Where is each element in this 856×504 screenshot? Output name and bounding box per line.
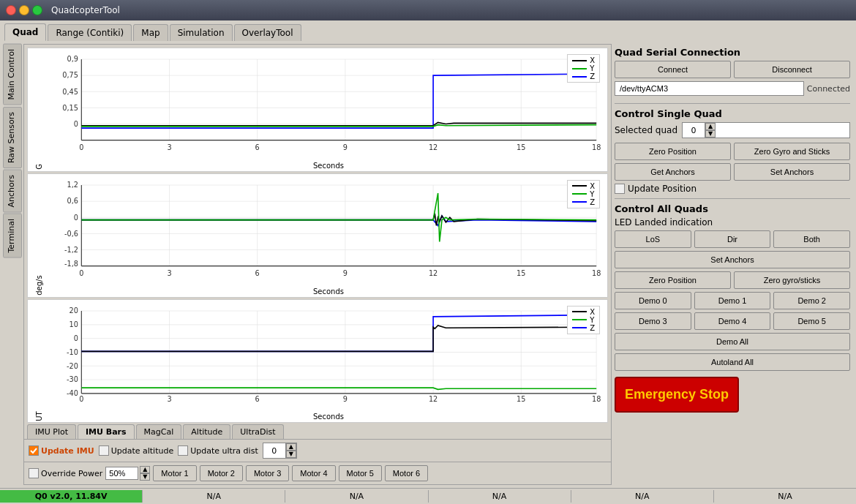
spinner-down[interactable]: ▼ <box>286 451 296 458</box>
both-button[interactable]: Both <box>773 230 850 248</box>
maximize-button[interactable] <box>32 5 42 15</box>
demo0-button[interactable]: Demo 0 <box>615 292 691 309</box>
demo3-button[interactable]: Demo 3 <box>615 312 691 330</box>
update-ultra-dist-text: Update ultra dist <box>190 446 258 456</box>
update-position-checkbox[interactable] <box>615 184 625 194</box>
demo4-button[interactable]: Demo 4 <box>694 312 771 330</box>
svg-text:0: 0 <box>79 269 83 277</box>
motor2-button[interactable]: Motor 2 <box>200 465 243 481</box>
sidebar-tab-anchors[interactable]: Anchors <box>3 170 22 213</box>
tab-map[interactable]: Map <box>133 24 168 41</box>
update-altitude-checkbox[interactable] <box>99 445 109 456</box>
svg-text:15: 15 <box>517 143 525 151</box>
motor-controls: Override Power ▲ ▼ Motor 1 Motor 2 Motor… <box>24 462 611 484</box>
motor4-button[interactable]: Motor 4 <box>292 465 335 481</box>
minimize-button[interactable] <box>19 5 29 15</box>
motor3-button[interactable]: Motor 3 <box>246 465 289 481</box>
svg-text:-0,6: -0,6 <box>64 229 78 237</box>
power-down[interactable]: ▼ <box>140 473 150 481</box>
dir-button[interactable]: Dir <box>694 230 771 248</box>
chart-subtab-imuplot[interactable]: IMU Plot <box>27 424 76 439</box>
override-power-label[interactable]: Override Power <box>29 468 102 478</box>
update-imu-label[interactable]: Update IMU <box>29 445 94 456</box>
zero-gyro-button[interactable]: Zero Gyro and Sticks <box>734 143 850 160</box>
motor6-button[interactable]: Motor 6 <box>385 465 428 481</box>
status-item-4: N/A <box>571 490 714 503</box>
svg-text:3: 3 <box>167 269 171 277</box>
tab-quad[interactable]: Quad <box>4 23 46 41</box>
quad-spinner-up[interactable]: ▲ <box>705 123 716 130</box>
svg-text:0,6: 0,6 <box>67 197 78 205</box>
autoland-row: Autoland All <box>615 353 850 371</box>
led-label: LED Landed indication <box>615 217 713 227</box>
svg-text:0: 0 <box>74 120 78 128</box>
chart-ut-svg: 20 10 0 -10 -20 -30 -40 0 3 6 9 <box>50 303 604 408</box>
tab-range[interactable]: Range (Contiki) <box>48 24 132 41</box>
chart-subtab-imubars[interactable]: IMU Bars <box>78 424 135 439</box>
bottom-controls: Update IMU Update altitude Update ultra … <box>24 439 611 462</box>
spinner-up[interactable]: ▲ <box>286 443 296 451</box>
serial-title: Quad Serial Connection <box>615 47 850 58</box>
autoland-all-button[interactable]: Autoland All <box>615 353 850 371</box>
svg-text:9: 9 <box>343 143 348 151</box>
svg-text:20: 20 <box>70 306 78 315</box>
quad-spinner-down[interactable]: ▼ <box>705 130 716 138</box>
chart-ut-xlabel: Seconds <box>313 413 344 421</box>
right-panel: Quad Serial Connection Connect Disconnec… <box>612 44 853 485</box>
connect-button[interactable]: Connect <box>615 61 731 78</box>
chart-ut-container: UT <box>27 299 608 423</box>
power-field[interactable] <box>105 467 138 480</box>
zero-position-all-button[interactable]: Zero Position <box>615 271 731 289</box>
set-anchors-single-button[interactable]: Set Anchors <box>734 163 850 181</box>
update-imu-checkbox[interactable] <box>29 445 39 456</box>
quad-spinner-btns: ▲ ▼ <box>705 123 716 138</box>
los-button[interactable]: LoS <box>615 230 691 248</box>
chart-g-container: G <box>27 48 608 172</box>
demo1-button[interactable]: Demo 1 <box>694 292 771 309</box>
set-anchors-all-button[interactable]: Set Anchors <box>615 251 850 268</box>
update-ultra-dist-checkbox[interactable] <box>178 445 188 456</box>
svg-text:1,2: 1,2 <box>67 181 78 189</box>
power-up[interactable]: ▲ <box>140 466 150 473</box>
svg-text:15: 15 <box>517 269 525 277</box>
sidebar-tabs: Main Control Raw Sensors Anchors Termina… <box>3 44 22 485</box>
demo2-button[interactable]: Demo 2 <box>773 292 850 309</box>
svg-text:-20: -20 <box>67 361 78 369</box>
motor1-button[interactable]: Motor 1 <box>153 465 196 481</box>
serial-section: Quad Serial Connection Connect Disconnec… <box>615 47 850 99</box>
demo5-button[interactable]: Demo 5 <box>773 312 850 330</box>
emergency-stop-button[interactable]: Emergency Stop <box>615 377 739 413</box>
motor5-button[interactable]: Motor 5 <box>339 465 382 481</box>
charts-area: G <box>24 45 611 423</box>
tab-overlay[interactable]: OverlayTool <box>234 24 301 41</box>
sidebar-tab-main-control[interactable]: Main Control <box>3 44 22 105</box>
led-row: LED Landed indication <box>615 217 850 227</box>
update-ultra-dist-label[interactable]: Update ultra dist <box>178 445 258 456</box>
disconnect-button[interactable]: Disconnect <box>734 61 850 78</box>
chart-subtab-ultradist[interactable]: UltraDist <box>232 424 283 439</box>
tab-simulation[interactable]: Simulation <box>170 24 233 41</box>
port-input[interactable] <box>615 81 804 96</box>
override-power-checkbox[interactable] <box>29 468 39 478</box>
svg-text:3: 3 <box>167 394 171 402</box>
sidebar-tab-raw-sensors[interactable]: Raw Sensors <box>3 107 22 168</box>
svg-text:6: 6 <box>255 143 260 151</box>
chart-subtab-magcal[interactable]: MagCal <box>136 424 182 439</box>
power-input-group: ▲ ▼ <box>105 466 150 481</box>
update-altitude-label[interactable]: Update altitude <box>99 445 174 456</box>
status-item-3: N/A <box>429 490 571 503</box>
close-button[interactable] <box>6 5 16 15</box>
get-anchors-button[interactable]: Get Anchors <box>615 163 731 181</box>
sidebar-tab-terminal[interactable]: Terminal <box>3 214 22 258</box>
svg-text:0: 0 <box>79 394 83 402</box>
svg-text:-10: -10 <box>67 347 78 356</box>
chart-subtab-altitude[interactable]: Altitude <box>183 424 230 439</box>
window-controls[interactable] <box>6 5 42 15</box>
status-item-2: N/A <box>285 490 428 503</box>
demo-all-button[interactable]: Demo All <box>615 333 850 350</box>
zero-position-single-button[interactable]: Zero Position <box>615 143 731 160</box>
zero-gyrosticks-button[interactable]: Zero gyro/sticks <box>734 271 850 289</box>
selected-quad-label: Selected quad <box>615 125 677 135</box>
svg-text:12: 12 <box>429 394 438 402</box>
single-quad-btn-row2: Get Anchors Set Anchors <box>615 163 850 181</box>
